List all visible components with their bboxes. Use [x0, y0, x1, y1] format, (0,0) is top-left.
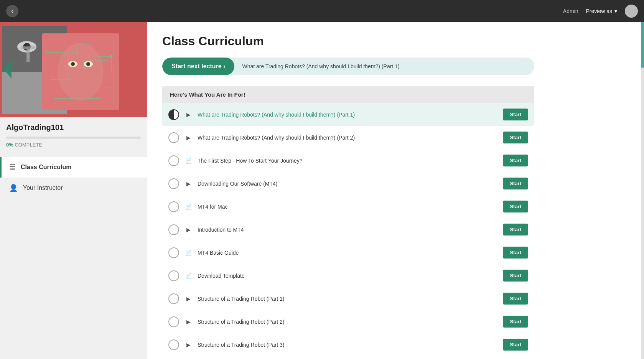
start-lecture-button[interactable]: Start — [503, 270, 528, 282]
lecture-check — [168, 293, 179, 304]
lecture-item: 📄MT4 for MacStart — [162, 195, 534, 218]
sidebar: T AlgoTrading101 0% COMPLETE ☰ Class Cur… — [0, 22, 147, 359]
back-button[interactable]: ‹ — [6, 5, 18, 17]
lecture-item: 📄The First Step - How To Start Your Jour… — [162, 149, 534, 172]
start-next-lecture-label: Start next lecture › — [171, 63, 225, 70]
svg-text:T: T — [21, 41, 35, 67]
top-nav-right: Admin Preview as ▾ — [563, 5, 638, 18]
doc-icon: 📄 — [184, 204, 192, 210]
lecture-name: MT4 for Mac — [198, 204, 497, 210]
video-icon: ▶ — [184, 181, 192, 187]
course-title: AlgoTrading101 — [6, 123, 141, 132]
curriculum-section: Here's What You Are In For! ▶What are Tr… — [162, 86, 534, 359]
lecture-check — [168, 201, 179, 212]
progress-percent: 0% — [6, 142, 13, 148]
sidebar-item-your-instructor[interactable]: 👤 Your Instructor — [0, 178, 147, 198]
lecture-name: What are Trading Robots? (And why should… — [198, 112, 497, 118]
lecture-check — [168, 155, 179, 166]
avatar-circle — [625, 5, 638, 18]
lecture-check — [168, 132, 179, 143]
start-lecture-button[interactable]: Start — [503, 247, 528, 259]
lecture-item: ▶Structure of a Trading Robot (Part 2)St… — [162, 310, 534, 333]
start-lecture-button[interactable]: Start — [503, 293, 528, 305]
lecture-name: Download Template — [198, 273, 497, 279]
video-icon: ▶ — [184, 112, 192, 118]
progress-bar-container — [6, 137, 141, 139]
video-icon: ▶ — [184, 319, 192, 325]
person-icon: 👤 — [9, 184, 18, 192]
preview-as-label: Preview as — [586, 8, 612, 14]
svg-point-28 — [71, 62, 75, 66]
lecture-name: The First Step - How To Start Your Journ… — [198, 158, 497, 164]
start-next-lecture-bar: Start next lecture › What are Trading Ro… — [162, 58, 534, 75]
lecture-name: Structure of a Trading Robot (Part 1) — [198, 296, 497, 302]
lecture-list: ▶What are Trading Robots? (And why shoul… — [162, 103, 534, 359]
lecture-item: ▶Structure of a Trading Robot (Part 3)St… — [162, 333, 534, 356]
start-lecture-button[interactable]: Start — [503, 224, 528, 235]
start-lecture-button[interactable]: Start — [503, 316, 528, 328]
lecture-item: 📄Why choose MT4 over other software?Star… — [162, 356, 534, 359]
section-header: Here's What You Are In For! — [162, 86, 534, 103]
sidebar-banner: T — [0, 22, 147, 117]
lecture-name: What are Trading Robots? (And why should… — [198, 135, 497, 141]
lecture-item: ▶Downloading Our Software (MT4)Start — [162, 172, 534, 195]
video-icon: ▶ — [184, 342, 192, 348]
top-nav: ‹ Admin Preview as ▾ — [0, 0, 644, 22]
lecture-name: Introduction to MT4 — [198, 227, 497, 233]
start-lecture-button[interactable]: Start — [503, 178, 528, 189]
top-nav-left: ‹ — [6, 5, 18, 17]
video-icon: ▶ — [184, 296, 192, 302]
preview-as-button[interactable]: Preview as ▾ — [586, 8, 617, 14]
start-lecture-button[interactable]: Start — [503, 109, 528, 120]
right-scrollbar[interactable] — [641, 22, 644, 359]
avatar[interactable] — [625, 5, 638, 18]
progress-label: 0% COMPLETE — [6, 142, 141, 148]
svg-point-24 — [110, 55, 112, 58]
lecture-check — [168, 247, 179, 258]
main-layout: T AlgoTrading101 0% COMPLETE ☰ Class Cur… — [0, 22, 644, 359]
sidebar-item-class-curriculum[interactable]: ☰ Class Curriculum — [0, 157, 147, 178]
lecture-name: Structure of a Trading Robot (Part 2) — [198, 319, 497, 325]
svg-point-25 — [58, 43, 104, 100]
start-lecture-button[interactable]: Start — [503, 132, 528, 143]
start-lecture-button[interactable]: Start — [503, 339, 528, 351]
list-icon: ☰ — [9, 163, 15, 171]
svg-point-29 — [86, 62, 90, 66]
lecture-check — [168, 224, 179, 235]
scrollbar-thumb — [641, 22, 644, 68]
page-title: Class Curriculum — [162, 34, 626, 48]
lecture-item: ▶Introduction to MT4Start — [162, 218, 534, 241]
sidebar-item-label-curriculum: Class Curriculum — [21, 164, 71, 171]
lecture-check — [168, 178, 179, 189]
video-icon: ▶ — [184, 227, 192, 233]
start-next-lecture-name: What are Trading Robots? (And why should… — [234, 58, 534, 75]
doc-icon: 📄 — [184, 158, 192, 164]
lecture-name: MT4 Basic Guide — [198, 250, 497, 256]
lecture-check — [168, 109, 179, 120]
lecture-check — [168, 270, 179, 281]
lecture-name: Structure of a Trading Robot (Part 3) — [198, 342, 497, 348]
lecture-item: 📄MT4 Basic GuideStart — [162, 241, 534, 264]
sidebar-nav: ☰ Class Curriculum 👤 Your Instructor — [0, 157, 147, 198]
admin-label: Admin — [563, 8, 578, 14]
doc-icon: 📄 — [184, 273, 192, 279]
lecture-item: 📄Download TemplateStart — [162, 264, 534, 287]
main-content: Class Curriculum Start next lecture › Wh… — [147, 22, 641, 359]
start-lecture-button[interactable]: Start — [503, 201, 528, 212]
lecture-item: ▶What are Trading Robots? (And why shoul… — [162, 126, 534, 149]
lecture-item: ▶What are Trading Robots? (And why shoul… — [162, 103, 534, 126]
doc-icon: 📄 — [184, 250, 192, 256]
start-next-lecture-button[interactable]: Start next lecture › — [162, 58, 234, 75]
chevron-down-icon: ▾ — [614, 8, 617, 14]
sidebar-title-area: AlgoTrading101 0% COMPLETE — [0, 117, 147, 154]
sidebar-item-label-instructor: Your Instructor — [23, 184, 63, 191]
lecture-item: ▶Structure of a Trading Robot (Part 1)St… — [162, 287, 534, 310]
start-lecture-button[interactable]: Start — [503, 155, 528, 166]
lecture-name: Downloading Our Software (MT4) — [198, 181, 497, 187]
lecture-check — [168, 316, 179, 327]
video-icon: ▶ — [184, 135, 192, 141]
lecture-check — [168, 339, 179, 350]
